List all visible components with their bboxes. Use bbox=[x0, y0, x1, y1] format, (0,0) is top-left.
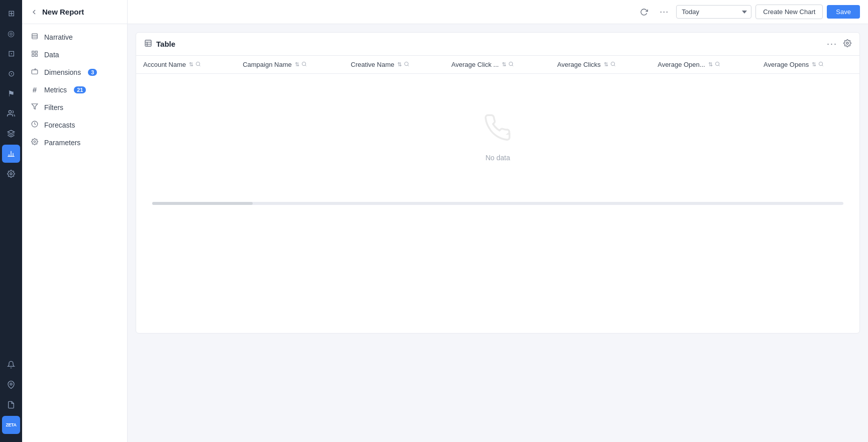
pin-icon[interactable] bbox=[2, 376, 20, 394]
col-avg-opens: Average Opens ⇅ bbox=[756, 56, 859, 74]
no-data-icon bbox=[484, 114, 512, 148]
sort-icon-creative[interactable]: ⇅ bbox=[397, 61, 402, 68]
table-more-button[interactable]: ··· bbox=[827, 39, 837, 49]
search-icon-avg-clicks[interactable] bbox=[610, 61, 616, 68]
sort-icon-campaign[interactable]: ⇅ bbox=[295, 61, 299, 68]
compass-icon[interactable]: ⊙ bbox=[2, 64, 20, 82]
forecasts-icon bbox=[30, 121, 39, 129]
no-data-area: No data bbox=[136, 74, 859, 202]
date-range-select[interactable]: Today Yesterday Last 7 Days Last 30 Days… bbox=[676, 5, 751, 19]
search-icon-avg-opens[interactable] bbox=[818, 61, 824, 68]
sidebar-item-narrative[interactable]: Narrative bbox=[22, 28, 127, 46]
sort-icon-avg-clicks[interactable]: ⇅ bbox=[604, 61, 608, 68]
target-icon[interactable]: ◎ bbox=[2, 24, 20, 42]
bar-chart-icon[interactable] bbox=[2, 145, 20, 163]
sidebar-item-forecasts[interactable]: Forecasts bbox=[22, 116, 127, 134]
app-logo: ZETA bbox=[2, 416, 20, 434]
narrative-label: Narrative bbox=[44, 33, 73, 41]
svg-line-29 bbox=[408, 65, 409, 66]
dimensions-icon bbox=[30, 68, 39, 76]
svg-point-24 bbox=[196, 62, 200, 65]
bell-icon[interactable] bbox=[2, 356, 20, 374]
sidebar-item-dimensions[interactable]: Dimensions 3 bbox=[22, 63, 127, 81]
svg-rect-14 bbox=[35, 54, 37, 56]
sidebar-item-data[interactable]: Data bbox=[22, 46, 127, 63]
sidebar-item-metrics[interactable]: # Metrics 21 bbox=[22, 81, 127, 98]
col-campaign-name: Campaign Name ⇅ bbox=[236, 56, 344, 74]
save-button[interactable]: Save bbox=[827, 5, 860, 19]
svg-line-37 bbox=[822, 65, 823, 66]
narrative-icon bbox=[30, 33, 39, 41]
sort-icon-account[interactable]: ⇅ bbox=[189, 61, 193, 68]
svg-line-27 bbox=[305, 65, 306, 66]
create-chart-button[interactable]: Create New Chart bbox=[755, 5, 823, 19]
svg-point-7 bbox=[10, 383, 12, 385]
svg-marker-1 bbox=[8, 130, 14, 134]
svg-point-34 bbox=[715, 62, 719, 65]
table-title: Table bbox=[156, 40, 175, 48]
table-settings-button[interactable] bbox=[843, 39, 851, 49]
layers-icon[interactable] bbox=[2, 125, 20, 143]
svg-line-35 bbox=[718, 65, 719, 66]
filters-icon bbox=[30, 103, 39, 112]
svg-marker-16 bbox=[32, 104, 38, 109]
search-icon-campaign[interactable] bbox=[301, 61, 307, 68]
users-icon[interactable] bbox=[2, 104, 20, 123]
sidebar-item-filters[interactable]: Filters bbox=[22, 98, 127, 116]
dimensions-label: Dimensions bbox=[44, 68, 81, 76]
col-creative-name: Creative Name ⇅ bbox=[344, 56, 444, 74]
back-button[interactable] bbox=[30, 8, 38, 16]
grid2-icon[interactable]: ⊡ bbox=[2, 44, 20, 62]
content-area: Table ··· Account Name bbox=[128, 24, 868, 442]
dimensions-badge: 3 bbox=[88, 69, 97, 76]
sidebar: New Report Narrative Data Dimensions 3 # bbox=[22, 0, 128, 442]
search-icon-account[interactable] bbox=[195, 61, 201, 68]
grid-icon[interactable]: ⊞ bbox=[2, 4, 20, 22]
svg-point-23 bbox=[846, 42, 848, 44]
svg-point-0 bbox=[9, 111, 11, 113]
more-options-button[interactable]: ··· bbox=[656, 4, 672, 20]
docs-icon[interactable] bbox=[2, 396, 20, 414]
sidebar-item-parameters[interactable]: Parameters bbox=[22, 134, 127, 151]
scroll-indicator[interactable] bbox=[152, 202, 843, 205]
metrics-icon: # bbox=[30, 85, 39, 94]
parameters-label: Parameters bbox=[44, 139, 80, 147]
refresh-button[interactable] bbox=[636, 4, 652, 20]
col-avg-clicks: Average Clicks ⇅ bbox=[550, 56, 650, 74]
svg-point-36 bbox=[819, 62, 823, 65]
svg-rect-11 bbox=[32, 51, 34, 53]
svg-point-30 bbox=[509, 62, 512, 65]
search-icon-avg-click[interactable] bbox=[508, 61, 514, 68]
settings-gear-icon[interactable] bbox=[2, 165, 20, 183]
metrics-label: Metrics bbox=[44, 86, 67, 94]
sort-icon-avg-opens[interactable]: ⇅ bbox=[812, 61, 816, 68]
svg-rect-13 bbox=[32, 54, 34, 56]
main-area: ··· Today Yesterday Last 7 Days Last 30 … bbox=[128, 0, 868, 442]
sort-icon-avg-open[interactable]: ⇅ bbox=[708, 61, 713, 68]
data-label: Data bbox=[44, 51, 59, 59]
svg-line-25 bbox=[199, 65, 200, 66]
no-data-text: No data bbox=[485, 154, 510, 162]
filters-label: Filters bbox=[44, 103, 63, 112]
search-icon-creative[interactable] bbox=[404, 61, 409, 68]
table-card: Table ··· Account Name bbox=[136, 32, 860, 334]
col-avg-open-rate: Average Open... ⇅ bbox=[650, 56, 756, 74]
svg-point-26 bbox=[302, 62, 305, 65]
flag-icon[interactable]: ⚑ bbox=[2, 84, 20, 102]
svg-point-18 bbox=[34, 141, 36, 143]
parameters-icon bbox=[30, 138, 39, 147]
table-icon bbox=[144, 39, 152, 49]
sidebar-nav: Narrative Data Dimensions 3 # Metrics 21 bbox=[22, 24, 127, 155]
data-icon bbox=[30, 50, 39, 59]
sidebar-title: New Report bbox=[42, 8, 84, 16]
col-avg-click-rate: Average Click ... ⇅ bbox=[445, 56, 551, 74]
forecasts-label: Forecasts bbox=[44, 121, 75, 129]
svg-point-32 bbox=[611, 62, 614, 65]
svg-rect-15 bbox=[32, 70, 38, 74]
topbar: ··· Today Yesterday Last 7 Days Last 30 … bbox=[128, 0, 868, 24]
icon-rail: ⊞ ◎ ⊡ ⊙ ⚑ ZETA bbox=[0, 0, 22, 442]
search-icon-avg-open[interactable] bbox=[715, 61, 720, 68]
sidebar-header: New Report bbox=[22, 0, 127, 24]
svg-point-28 bbox=[404, 62, 408, 65]
sort-icon-avg-click[interactable]: ⇅ bbox=[502, 61, 506, 68]
